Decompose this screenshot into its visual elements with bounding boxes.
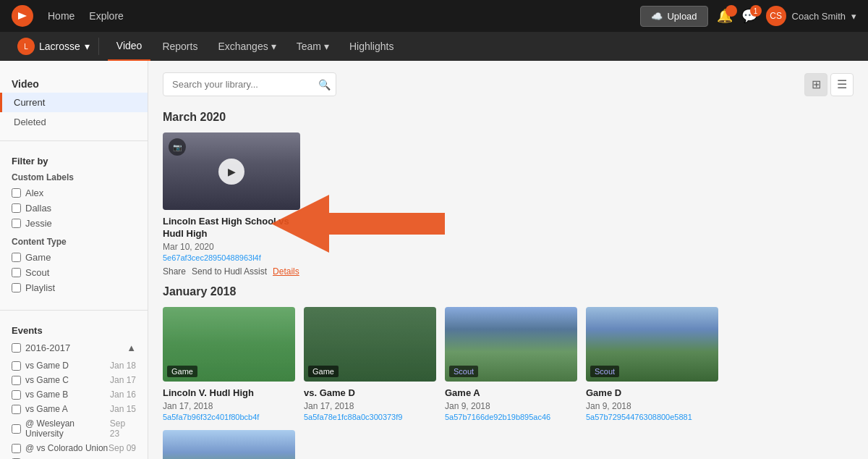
play-button[interactable]: ▶	[218, 159, 244, 185]
search-input[interactable]	[163, 72, 336, 96]
video-actions: Share Send to Hudl Assist Details	[163, 266, 300, 277]
filter-section: Filter by Custom Labels Alex Dallas Jess…	[0, 150, 148, 301]
view-toggle: ⊞ ☰	[804, 73, 854, 96]
grid-icon: ⊞	[812, 77, 821, 91]
content-scout[interactable]: Scout	[12, 265, 136, 280]
events-header: Events	[12, 325, 136, 336]
camera-icon: 📷	[169, 138, 186, 156]
event-vs-game-d[interactable]: vs Game D Jan 18	[12, 358, 136, 373]
details-link[interactable]: Details	[273, 266, 299, 277]
events-section: Events 2016-2017 ▲ vs Game D Jan 18 vs G…	[0, 319, 148, 459]
nav-video[interactable]: Video	[108, 32, 151, 61]
nav-team[interactable]: Team ▾	[288, 32, 338, 61]
divider	[0, 140, 148, 141]
nav-explore[interactable]: Explore	[89, 10, 123, 22]
video-card-4: Scout Game C Jan 9, 2018 5a57b724fb96681…	[163, 430, 295, 459]
user-menu[interactable]: CS Coach Smith ▾	[766, 6, 856, 26]
date-0: Jan 17, 2018	[163, 401, 295, 411]
chevron-up-icon[interactable]: ▲	[127, 342, 136, 353]
share-link[interactable]: Share	[163, 266, 186, 277]
chevron-down-icon: ▾	[851, 11, 856, 22]
nav-reports[interactable]: Reports	[153, 32, 206, 61]
hudl-logo[interactable]	[12, 5, 33, 27]
grid-view-button[interactable]: ⊞	[804, 73, 827, 96]
nav-home[interactable]: Home	[48, 10, 75, 22]
upload-icon: ☁️	[651, 11, 663, 22]
jan2018-title: January 2018	[163, 285, 854, 298]
id-1[interactable]: 5a5fa78e1fc88a0c300373f9	[304, 413, 436, 421]
id-0[interactable]: 5a5fa7b96f32c401f80bcb4f	[163, 413, 295, 421]
chevron-down-icon: ▾	[324, 41, 329, 52]
date-1: Jan 17, 2018	[304, 401, 436, 411]
svg-marker-0	[18, 12, 27, 20]
video-card-1: Game vs. Game D Jan 17, 2018 5a5fa78e1fc…	[304, 307, 436, 421]
nav-highlights[interactable]: Highlights	[341, 32, 402, 61]
date-2: Jan 9, 2018	[445, 401, 577, 411]
january2018-section: January 2018 Game Lincoln V. Hudl High J…	[163, 285, 854, 459]
search-icon-button[interactable]: 🔍	[318, 79, 331, 90]
filter-title: Filter by	[12, 156, 136, 167]
thumb-0[interactable]: Game	[163, 307, 295, 382]
jan2018-grid: Game Lincoln V. Hudl High Jan 17, 2018 5…	[163, 307, 854, 459]
date-3: Jan 9, 2018	[586, 401, 718, 411]
sec-nav-links: Video Reports Exchanges ▾ Team ▾ Highlig…	[108, 32, 403, 61]
event-vs-game-c[interactable]: vs Game C Jan 17	[12, 373, 136, 387]
content-type-title: Content Type	[12, 237, 136, 247]
top-nav: Home Explore ☁️ Upload 🔔 💬 1 CS Coach Sm…	[0, 0, 868, 32]
video-date: Mar 10, 2020	[163, 242, 300, 252]
upload-button[interactable]: ☁️ Upload	[640, 6, 707, 27]
thumb-4[interactable]: Scout	[163, 430, 295, 459]
sidebar: Video Current Deleted Filter by Custom L…	[0, 61, 148, 459]
content-game[interactable]: Game	[12, 250, 136, 265]
sidebar-item-current[interactable]: Current	[0, 93, 148, 112]
video-type-label-1: Game	[308, 366, 339, 377]
events-year-toggle[interactable]: 2016-2017	[12, 340, 70, 355]
event-vs-game-a[interactable]: vs Game A Jan 15	[12, 402, 136, 416]
video-meta: Lincoln East High School vs Hudl High Ma…	[163, 216, 300, 277]
title-2: Game A	[445, 387, 577, 400]
label-alex[interactable]: Alex	[12, 185, 136, 201]
video-type-label-0: Game	[167, 366, 197, 377]
event-wesleyan[interactable]: @ Wesleyan University Sep 23	[12, 416, 136, 441]
chevron-down-icon: ▾	[271, 41, 276, 52]
meta-0: Lincoln V. Hudl High Jan 17, 2018 5a5fa7…	[163, 387, 295, 421]
notifications-button[interactable]: 🔔	[717, 8, 733, 24]
chevron-down-icon: ▾	[85, 41, 90, 52]
label-dallas[interactable]: Dallas	[12, 201, 136, 216]
thumb-1[interactable]: Game	[304, 307, 436, 382]
video-id[interactable]: 5e67af3cec28950488963l4f	[163, 253, 300, 262]
video-card-3: Scout Game D Jan 9, 2018 5a57b7295447630…	[586, 307, 718, 421]
team-name: Lacrosse	[39, 41, 80, 52]
send-hudl-link[interactable]: Send to Hudl Assist	[192, 266, 267, 277]
featured-thumbnail[interactable]: 📷 ▶	[163, 132, 300, 210]
title-0: Lincoln V. Hudl High	[163, 387, 295, 400]
label-jessie[interactable]: Jessie	[12, 216, 136, 231]
video-type-label-3: Scout	[590, 366, 619, 377]
thumb-2[interactable]: Scout	[445, 307, 577, 382]
search-icon: 🔍	[318, 79, 331, 90]
search-input-wrap: 🔍	[163, 72, 336, 96]
id-2[interactable]: 5a57b7166de92b19b895ac46	[445, 413, 577, 421]
sidebar-video-title: Video	[0, 72, 148, 93]
messages-button[interactable]: 💬 1	[741, 8, 757, 24]
event-colorado[interactable]: @ vs Colorado Union Sep 09	[12, 441, 136, 455]
divider2	[0, 310, 148, 311]
top-nav-links: Home Explore	[48, 10, 626, 22]
sidebar-item-deleted[interactable]: Deleted	[0, 112, 148, 132]
list-view-button[interactable]: ☰	[830, 73, 854, 96]
video-card-0: Game Lincoln V. Hudl High Jan 17, 2018 5…	[163, 307, 295, 421]
event-vs-game-b[interactable]: vs Game B Jan 16	[12, 387, 136, 402]
thumb-3[interactable]: Scout	[586, 307, 718, 382]
custom-labels-title: Custom Labels	[12, 172, 136, 182]
event-east-high[interactable]: vs East High Apr 11	[12, 455, 136, 459]
content-playlist[interactable]: Playlist	[12, 280, 136, 295]
user-name: Coach Smith	[792, 11, 846, 22]
nav-exchanges[interactable]: Exchanges ▾	[209, 32, 284, 61]
team-selector[interactable]: L Lacrosse ▾	[12, 38, 99, 55]
march2020-section: March 2020 📷 ▶ Lincoln East High School …	[163, 111, 854, 277]
id-3[interactable]: 5a57b72954476308800e5881	[586, 413, 718, 421]
list-icon: ☰	[837, 77, 847, 91]
video-type-label-2: Scout	[449, 366, 478, 377]
featured-video-card: 📷 ▶ Lincoln East High School vs Hudl Hig…	[163, 132, 300, 277]
march2020-title: March 2020	[163, 111, 854, 124]
